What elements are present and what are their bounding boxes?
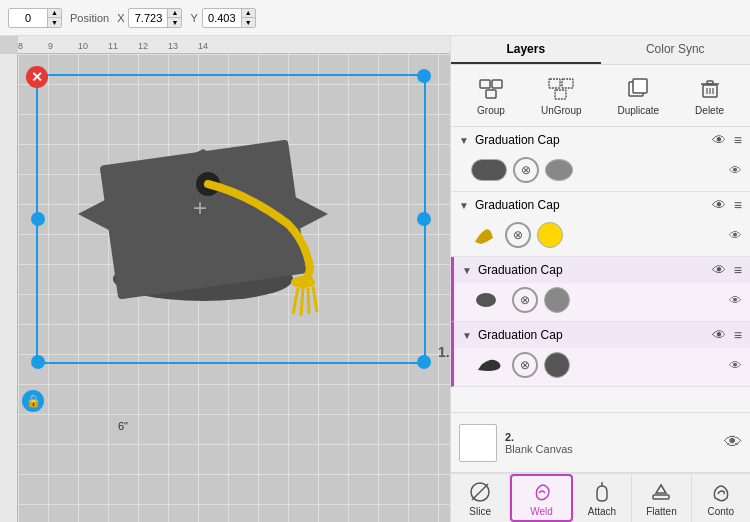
layer-eye-small-3[interactable]: 👁 [729, 293, 742, 308]
layer-swatch-dark-1 [471, 159, 507, 181]
layer-group-3: ▼ Graduation Cap 👁 ≡ ⊗ 👁 [451, 257, 750, 322]
layer-header-4[interactable]: ▼ Graduation Cap 👁 ≡ [454, 322, 750, 348]
tab-layers[interactable]: Layers [451, 36, 601, 64]
svg-line-7 [308, 288, 309, 314]
ruler-tick: 10 [78, 41, 88, 51]
layer-title-3: Graduation Cap [478, 263, 708, 277]
layer-eye-small-1[interactable]: 👁 [729, 163, 742, 178]
svg-rect-14 [555, 90, 566, 99]
weld-icon [530, 480, 554, 504]
layer-arrow-1: ▼ [459, 135, 469, 146]
layer-eye-4[interactable]: 👁 [712, 327, 726, 343]
close-button[interactable]: ✕ [26, 66, 48, 88]
rotate-up-btn[interactable]: ▲ [47, 9, 61, 18]
layer-title-4: Graduation Cap [478, 328, 708, 342]
canvas-color-swatch[interactable] [459, 424, 497, 462]
svg-rect-27 [653, 495, 669, 499]
layer-eye-1[interactable]: 👁 [712, 132, 726, 148]
y-input[interactable]: 0.403 [203, 10, 241, 26]
rotate-input-wrap[interactable]: 0 ▲ ▼ [8, 8, 62, 28]
flatten-label: Flatten [646, 506, 677, 517]
canvas-content[interactable]: + ✕ 🔒 6" 1. [18, 54, 450, 522]
svg-line-5 [293, 288, 298, 314]
svg-rect-11 [486, 90, 496, 98]
canvas-number-label: 2. [505, 431, 573, 443]
attach-icon [590, 480, 614, 504]
layer-icons-row-3: ⊗ 👁 [454, 283, 750, 321]
layer-eye-2[interactable]: 👁 [712, 197, 726, 213]
layers-list: ▼ Graduation Cap 👁 ≡ ⊗ 👁 ▼ Graduation Ca… [451, 127, 750, 412]
layer-group-2: ▼ Graduation Cap 👁 ≡ ⊗ 👁 [451, 192, 750, 257]
selection-handle-mr[interactable] [417, 212, 431, 226]
layer-header-2[interactable]: ▼ Graduation Cap 👁 ≡ [451, 192, 750, 218]
x-label: X [117, 12, 124, 24]
layer-eye-small-2[interactable]: 👁 [729, 228, 742, 243]
ruler-horizontal: 8 9 10 11 12 13 14 [18, 36, 450, 54]
svg-rect-16 [633, 79, 647, 93]
x-input-wrap[interactable]: 7.723 ▲ ▼ [128, 8, 182, 28]
layer-header-1[interactable]: ▼ Graduation Cap 👁 ≡ [451, 127, 750, 153]
layer-swatch-gray-3 [544, 287, 570, 313]
x-down-btn[interactable]: ▼ [167, 18, 181, 27]
duplicate-label: Duplicate [617, 105, 659, 116]
ruler-tick: 8 [18, 41, 23, 51]
svg-line-6 [301, 288, 303, 316]
layer-icons-row-2: ⊗ 👁 [451, 218, 750, 256]
rotate-input[interactable]: 0 [9, 10, 47, 26]
layer-shape-icon-4 [474, 354, 506, 376]
layer-eye-3[interactable]: 👁 [712, 262, 726, 278]
slice-button[interactable]: Slice [451, 474, 510, 522]
selection-handle-ml[interactable] [31, 212, 45, 226]
selection-handle-tr[interactable] [417, 69, 431, 83]
attach-label: Attach [588, 506, 616, 517]
layer-swatch-dark-4 [544, 352, 570, 378]
svg-point-4 [291, 276, 315, 288]
layer-menu-4[interactable]: ≡ [734, 327, 742, 343]
selection-handle-bl[interactable] [31, 355, 45, 369]
layer-eye-small-4[interactable]: 👁 [729, 358, 742, 373]
layer-header-3[interactable]: ▼ Graduation Cap 👁 ≡ [454, 257, 750, 283]
y-label: Y [190, 12, 197, 24]
x-up-btn[interactable]: ▲ [167, 9, 181, 18]
layer-menu-3[interactable]: ≡ [734, 262, 742, 278]
contour-button[interactable]: Conto [692, 474, 750, 522]
rotate-down-btn[interactable]: ▼ [47, 18, 61, 27]
attach-button[interactable]: Attach [573, 474, 632, 522]
y-down-btn[interactable]: ▼ [241, 18, 255, 27]
layer-menu-1[interactable]: ≡ [734, 132, 742, 148]
layer-title-1: Graduation Cap [475, 133, 708, 147]
annotation-1-label: 1. [438, 344, 450, 360]
panel-toolbar: Group UnGroup Duplicate Delete [451, 65, 750, 127]
delete-icon [696, 75, 724, 103]
group-button[interactable]: Group [469, 71, 513, 120]
weld-label: Weld [530, 506, 553, 517]
ungroup-icon [547, 75, 575, 103]
y-up-btn[interactable]: ▲ [241, 9, 255, 18]
x-input[interactable]: 7.723 [129, 10, 167, 26]
svg-point-23 [476, 293, 496, 307]
flatten-icon [649, 480, 673, 504]
svg-rect-13 [562, 79, 573, 88]
layer-menu-2[interactable]: ≡ [734, 197, 742, 213]
canvas-visibility-button[interactable]: 👁 [724, 432, 742, 453]
selection-handle-br[interactable] [417, 355, 431, 369]
group-icon [477, 75, 505, 103]
ruler-tick: 14 [198, 41, 208, 51]
y-input-wrap[interactable]: 0.403 ▲ ▼ [202, 8, 256, 28]
ungroup-button[interactable]: UnGroup [533, 71, 590, 120]
ruler-tick: 9 [48, 41, 53, 51]
svg-rect-9 [480, 80, 490, 88]
layer-arrow-2: ▼ [459, 200, 469, 211]
lock-button[interactable]: 🔒 [22, 390, 44, 412]
weld-button[interactable]: Weld [510, 474, 572, 522]
layer-title-2: Graduation Cap [475, 198, 708, 212]
layer-group-4: ▼ Graduation Cap 👁 ≡ ⊗ 👁 [451, 322, 750, 387]
flatten-button[interactable]: Flatten [632, 474, 691, 522]
tab-colorsync[interactable]: Color Sync [601, 36, 751, 64]
ruler-vertical [0, 54, 18, 522]
delete-button[interactable]: Delete [687, 71, 732, 120]
duplicate-button[interactable]: Duplicate [609, 71, 667, 120]
ruler-tick: 11 [108, 41, 118, 51]
layer-shape-icon-3 [474, 289, 506, 311]
position-label: Position [70, 12, 109, 24]
